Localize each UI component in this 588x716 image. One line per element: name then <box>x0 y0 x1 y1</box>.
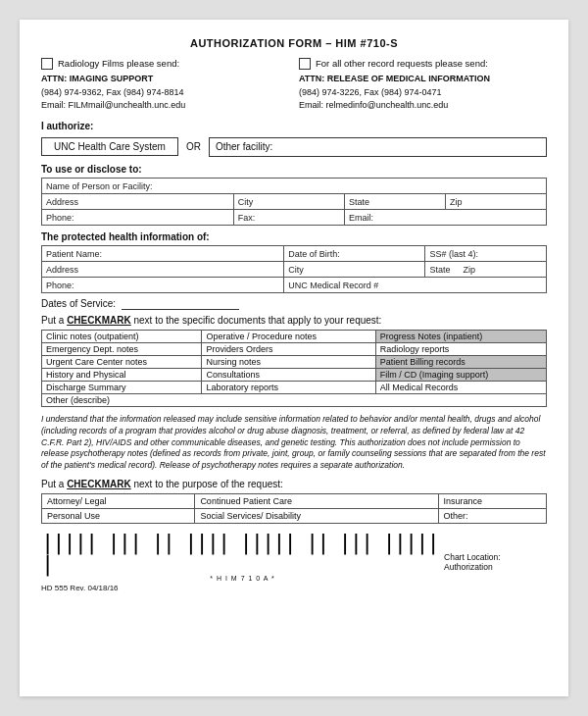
imaging-attn: ATTN: IMAGING SUPPORT <box>41 73 289 86</box>
name-of-person-cell: Name of Person or Facility: <box>42 178 547 193</box>
doc-other[interactable]: Other (describe) <box>42 393 547 406</box>
phi-address-cell: Address <box>42 261 284 277</box>
docs-other-row: Other (describe) <box>42 393 547 406</box>
email-cell: Email: <box>344 209 546 225</box>
form-title: AUTHORIZATION FORM – HIM #710-S <box>41 37 547 49</box>
purpose-title: Put a CHECKMARK next to the purpose of t… <box>41 479 547 489</box>
docs-row-5: Discharge Summary Laboratory reports All… <box>42 381 547 393</box>
zip-cell: Zip <box>445 193 546 209</box>
release-attn: ATTN: RELEASE OF MEDICAL INFORMATION <box>299 73 547 86</box>
release-col: For all other record requests please sen… <box>299 57 547 113</box>
authorize-label: I authorize: <box>41 121 547 131</box>
doc-radiology[interactable]: Radiology reports <box>375 342 546 355</box>
disclose-to-table: Name of Person or Facility: Address City… <box>41 178 547 226</box>
purpose-personal[interactable]: Personal Use <box>42 509 195 524</box>
imaging-email: Email: FILMmail@unchealth.unc.edu <box>41 99 289 113</box>
barcode-area: ||||| ||| || |||| ||||| || ||| ||||| | *… <box>41 532 444 592</box>
form-page: AUTHORIZATION FORM – HIM #710-S Radiolog… <box>20 20 568 696</box>
disclaimer-text: I understand that the information releas… <box>41 414 547 472</box>
checkmark-title: Put a CHECKMARK next to the specific doc… <box>41 315 547 326</box>
docs-row-4: History and Physical Consultations Film … <box>42 368 547 381</box>
barcode-label: * H I M 7 1 0 A * <box>41 575 444 582</box>
docs-row-3: Urgent Care Center notes Nursing notes P… <box>42 355 547 368</box>
purpose-continued[interactable]: Continued Patient Care <box>195 494 438 509</box>
phi-medical-record-cell: UNC Medical Record # <box>284 277 547 292</box>
purpose-social[interactable]: Social Services/ Disability <box>195 509 438 524</box>
radiology-label: Radiology Films please send: <box>58 57 179 71</box>
doc-progress-notes[interactable]: Progress Notes (inpatient) <box>375 330 546 342</box>
doc-providers[interactable]: Providers Orders <box>202 342 375 355</box>
doc-all-medical[interactable]: All Medical Records <box>375 381 546 393</box>
doc-urgent-care[interactable]: Urgent Care Center notes <box>42 355 202 368</box>
patient-name-cell: Patient Name: <box>42 245 284 261</box>
docs-row-1: Clinic notes (outpatient) Operative / Pr… <box>42 330 547 342</box>
doc-patient-billing[interactable]: Patient Billing records <box>375 355 546 368</box>
doc-operative[interactable]: Operative / Procedure notes <box>202 330 375 342</box>
dates-input[interactable] <box>122 298 239 310</box>
purpose-other[interactable]: Other: <box>438 509 546 524</box>
doc-clinic-notes[interactable]: Clinic notes (outpatient) <box>42 330 202 342</box>
dates-label: Dates of Service: <box>41 298 116 309</box>
radiology-col: Radiology Films please send: ATTN: IMAGI… <box>41 57 289 113</box>
fax-cell: Fax: <box>233 209 344 225</box>
purpose-row-1: Attorney/ Legal Continued Patient Care I… <box>42 494 547 509</box>
purpose-attorney[interactable]: Attorney/ Legal <box>42 494 195 509</box>
or-label: OR <box>186 141 201 152</box>
doc-discharge[interactable]: Discharge Summary <box>42 381 202 393</box>
release-email: Email: relmedinfo@unchealth.unc.edu <box>299 99 547 113</box>
dates-row: Dates of Service: <box>41 298 547 310</box>
doc-emergency[interactable]: Emergency Dept. notes <box>42 342 202 355</box>
unc-box: UNC Health Care System <box>41 137 178 156</box>
purpose-insurance[interactable]: Insurance <box>438 494 546 509</box>
imaging-phone: (984) 974-9362, Fax (984) 974-8814 <box>41 86 289 100</box>
release-phone: (984) 974-3226, Fax (984) 974-0471 <box>299 86 547 100</box>
address-cell: Address <box>42 193 234 209</box>
purpose-table: Attorney/ Legal Continued Patient Care I… <box>41 493 547 524</box>
ssn-cell: SS# (last 4): <box>425 245 547 261</box>
dob-cell: Date of Birth: <box>284 245 425 261</box>
doc-nursing[interactable]: Nursing notes <box>202 355 375 368</box>
phi-phone-cell: Phone: <box>42 277 284 292</box>
phi-city-cell: City <box>284 261 425 277</box>
docs-table: Clinic notes (outpatient) Operative / Pr… <box>41 330 547 407</box>
phi-table: Patient Name: Date of Birth: SS# (last 4… <box>41 245 547 293</box>
chart-location: Chart Location: Authorization <box>444 552 547 572</box>
phi-state-zip-cell: State Zip <box>425 261 547 277</box>
doc-film-cd[interactable]: Film / CD (Imaging support) <box>375 368 546 381</box>
allrecords-checkbox[interactable] <box>299 58 311 70</box>
footer: ||||| ||| || |||| ||||| || ||| ||||| | *… <box>41 532 547 592</box>
docs-row-2: Emergency Dept. notes Providers Orders R… <box>42 342 547 355</box>
phone-cell: Phone: <box>42 209 234 225</box>
authorize-row: UNC Health Care System OR Other facility… <box>41 137 547 157</box>
barcode-graphic: ||||| ||| || |||| ||||| || ||| ||||| | <box>41 532 444 575</box>
purpose-row-2: Personal Use Social Services/ Disability… <box>42 509 547 524</box>
doc-consultations[interactable]: Consultations <box>202 368 375 381</box>
other-facility-box[interactable]: Other facility: <box>209 137 547 157</box>
radiology-checkbox[interactable] <box>41 58 53 70</box>
doc-history[interactable]: History and Physical <box>42 368 202 381</box>
other-facility-label: Other facility: <box>216 141 272 152</box>
doc-laboratory[interactable]: Laboratory reports <box>202 381 375 393</box>
radiology-checkbox-row: Radiology Films please send: <box>41 57 289 71</box>
state-cell: State <box>344 193 445 209</box>
allrecords-checkbox-row: For all other record requests please sen… <box>299 57 547 71</box>
phi-title: The protected health information of: <box>41 231 547 242</box>
header-section: Radiology Films please send: ATTN: IMAGI… <box>41 57 547 113</box>
form-code: HD 555 Rev. 04/18/16 <box>41 584 444 592</box>
city-cell: City <box>233 193 344 209</box>
to-use-label: To use or disclose to: <box>41 164 547 175</box>
allrecords-label: For all other record requests please sen… <box>316 57 488 71</box>
